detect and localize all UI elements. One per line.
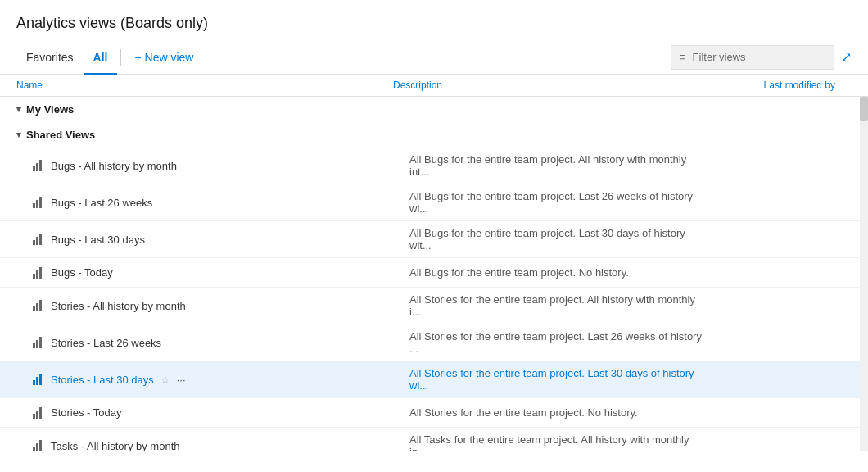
row-name: Stories - Today xyxy=(33,406,409,419)
row-name: Tasks - All history by month xyxy=(33,440,409,452)
section-my-views[interactable]: ▾ My Views xyxy=(0,97,868,122)
tab-group: Favorites All + New view xyxy=(16,40,203,74)
filter-area: ≡ Filter views ⤢ xyxy=(671,45,852,70)
row-description: All Stories for the entire team project.… xyxy=(409,367,704,392)
chart-icon xyxy=(33,300,44,311)
new-view-button[interactable]: + New view xyxy=(124,40,203,74)
row-label: Stories - Today xyxy=(51,406,121,419)
row-description: All Tasks for the entire team project. A… xyxy=(409,433,704,451)
chart-icon xyxy=(33,337,44,348)
row-name: Stories - All history by month xyxy=(33,300,409,312)
table-row[interactable]: Bugs - Last 30 days All Bugs for the ent… xyxy=(0,221,868,258)
row-name: Bugs - All history by month xyxy=(33,160,409,172)
chart-icon xyxy=(33,197,44,208)
tab-all[interactable]: All xyxy=(84,41,118,75)
row-description: All Bugs for the entire team project. Al… xyxy=(409,153,704,178)
section-shared-views[interactable]: ▾ Shared Views xyxy=(0,122,868,148)
chart-icon xyxy=(33,407,44,419)
star-icon[interactable]: ☆ xyxy=(160,374,170,386)
tab-favorites[interactable]: Favorites xyxy=(16,41,84,75)
more-icon[interactable]: ··· xyxy=(177,374,186,386)
scrollbar-thumb xyxy=(860,97,868,121)
page-title: Analytics views (Boards only) xyxy=(0,0,868,40)
chart-icon xyxy=(33,267,44,279)
row-name: Bugs - Today xyxy=(33,266,409,279)
row-description: All Stories for the entire team project.… xyxy=(409,293,704,318)
row-name: Stories - Last 30 days ☆ ··· xyxy=(33,374,409,386)
tab-divider xyxy=(120,49,121,66)
row-label: Bugs - Last 26 weeks xyxy=(51,197,152,209)
row-label: Stories - All history by month xyxy=(51,300,186,312)
row-actions: ☆ ··· xyxy=(160,374,186,386)
row-name: Stories - Last 26 weeks xyxy=(33,337,409,349)
filter-input[interactable]: ≡ Filter views xyxy=(671,45,834,70)
table-row[interactable]: Bugs - All history by month All Bugs for… xyxy=(0,148,868,184)
table-body: ▾ My Views ▾ Shared Views Bugs - All his… xyxy=(0,97,868,451)
row-label: Tasks - All history by month xyxy=(51,440,180,452)
filter-icon: ≡ xyxy=(680,51,686,63)
chart-icon xyxy=(33,234,44,245)
table-row[interactable]: Stories - All history by month All Stori… xyxy=(0,288,868,324)
shared-views-label: Shared Views xyxy=(26,129,95,141)
table-row[interactable]: Stories - Last 26 weeks All Stories for … xyxy=(0,324,868,361)
row-description: All Bugs for the entire team project. No… xyxy=(409,266,704,279)
my-views-label: My Views xyxy=(26,103,74,116)
col-description: Description xyxy=(393,79,704,91)
chart-icon xyxy=(33,374,44,385)
scrollbar[interactable] xyxy=(860,97,868,451)
content-area: ▾ My Views ▾ Shared Views Bugs - All his… xyxy=(0,97,868,451)
row-label: Stories - Last 26 weeks xyxy=(51,337,161,349)
filter-placeholder: Filter views xyxy=(693,51,746,63)
table-row[interactable]: Tasks - All history by month All Tasks f… xyxy=(0,428,868,451)
expand-icon[interactable]: ⤢ xyxy=(841,49,852,65)
row-description: All Stories for the entire team project.… xyxy=(409,406,704,419)
row-name: Bugs - Last 30 days xyxy=(33,234,409,246)
toolbar: Favorites All + New view ≡ Filter views … xyxy=(0,40,868,75)
row-label: Bugs - Last 30 days xyxy=(51,234,145,246)
chart-icon xyxy=(33,440,44,451)
row-description: All Bugs for the entire team project. La… xyxy=(409,190,704,215)
row-label[interactable]: Stories - Last 30 days xyxy=(51,374,154,386)
row-name: Bugs - Last 26 weeks xyxy=(33,197,409,209)
table-header: Name Description Last modified by xyxy=(0,75,868,97)
chevron-shared-views: ▾ xyxy=(16,129,21,140)
row-label: Bugs - All history by month xyxy=(51,160,177,172)
col-modified: Last modified by xyxy=(704,79,835,91)
chevron-my-views: ▾ xyxy=(16,104,21,115)
table-row[interactable]: Bugs - Last 26 weeks All Bugs for the en… xyxy=(0,184,868,221)
row-description: All Bugs for the entire team project. La… xyxy=(409,227,704,252)
table-row[interactable]: Stories - Last 30 days ☆ ··· All Stories… xyxy=(0,361,868,398)
rows-container: Bugs - All history by month All Bugs for… xyxy=(0,148,868,451)
chart-icon xyxy=(33,160,44,171)
table-row[interactable]: Bugs - Today All Bugs for the entire tea… xyxy=(0,258,868,288)
row-label: Bugs - Today xyxy=(51,266,113,279)
row-description: All Stories for the entire team project.… xyxy=(409,330,704,355)
col-name: Name xyxy=(16,79,393,91)
table-row[interactable]: Stories - Today All Stories for the enti… xyxy=(0,398,868,428)
